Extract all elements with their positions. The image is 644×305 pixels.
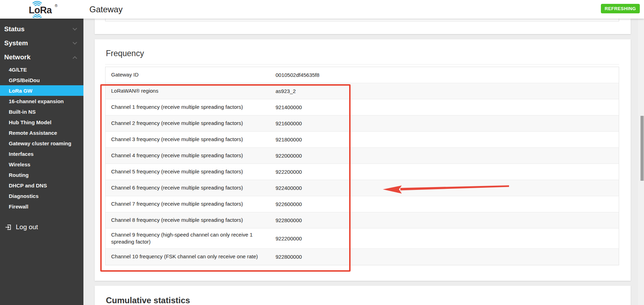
- row-value: 921800000: [276, 137, 619, 142]
- row-value: 0010502df45635f8: [276, 72, 619, 78]
- chevron-up-icon: [73, 56, 77, 60]
- main-content: Frequency Gateway ID 0010502df45635f8 Lo…: [83, 19, 644, 305]
- sidebar-item-interfaces[interactable]: Interfaces: [0, 148, 83, 159]
- sidebar: Status System Network 4G/LTE GPS/BeiDou …: [0, 19, 83, 305]
- chevron-down-icon: [73, 26, 77, 31]
- cumulative-statistics-title: Cumulative statistics: [106, 296, 190, 305]
- row-label: Channel 6 frequency (receive multiple sp…: [106, 181, 276, 194]
- table-row-channel-4: Channel 4 frequency (receive multiple sp…: [106, 148, 619, 164]
- table-row-channel-5: Channel 5 frequency (receive multiple sp…: [106, 164, 619, 180]
- table-row-channel-10: Channel 10 frequency (FSK channel can on…: [106, 249, 619, 265]
- row-value: 922200000: [276, 236, 619, 241]
- sidebar-item-remote-assistance[interactable]: Remote Assistance: [0, 127, 83, 138]
- cut-off-table: [105, 19, 619, 21]
- table-row-channel-2: Channel 2 frequency (receive multiple sp…: [106, 115, 619, 132]
- sidebar-item-dhcp-and-dns[interactable]: DHCP and DNS: [0, 180, 83, 191]
- sidebar-item-diagnostics[interactable]: Diagnostics: [0, 191, 83, 201]
- row-label: Channel 3 frequency (receive multiple sp…: [106, 133, 276, 146]
- table-row-channel-6: Channel 6 frequency (receive multiple sp…: [106, 180, 619, 196]
- sidebar-item-label: Network: [4, 53, 30, 61]
- row-label: Gateway ID: [106, 68, 276, 81]
- vertical-scrollbar[interactable]: [638, 19, 644, 305]
- table-row-channel-7: Channel 7 frequency (receive multiple sp…: [106, 196, 619, 212]
- row-value: 922000000: [276, 153, 619, 159]
- frequency-table: Gateway ID 0010502df45635f8 LoRaWAN® reg…: [105, 67, 619, 265]
- row-label: Channel 10 frequency (FSK channel can on…: [106, 250, 276, 263]
- row-label: Channel 2 frequency (receive multiple sp…: [106, 117, 276, 130]
- sidebar-item-system[interactable]: System: [0, 36, 83, 50]
- partial-top-card: [95, 19, 631, 34]
- row-label: Channel 7 frequency (receive multiple sp…: [106, 198, 276, 210]
- logout-button[interactable]: Log out: [0, 223, 83, 231]
- frequency-card: Frequency Gateway ID 0010502df45635f8 Lo…: [95, 39, 631, 281]
- page-title: Gateway: [89, 0, 123, 19]
- row-label: Channel 5 frequency (receive multiple sp…: [106, 165, 276, 178]
- top-header: LoRa ® Gateway REFRESHING: [0, 0, 644, 19]
- sidebar-item-label: System: [4, 39, 28, 47]
- row-label: Channel 9 frequency (high-speed channel …: [106, 228, 276, 248]
- sidebar-item-hub-thing-model[interactable]: Hub Thing Model: [0, 117, 83, 127]
- row-value: as923_2: [276, 88, 619, 94]
- sidebar-item-routing[interactable]: Routing: [0, 170, 83, 180]
- sidebar-item-status[interactable]: Status: [0, 22, 83, 36]
- table-row-channel-8: Channel 8 frequency (receive multiple sp…: [106, 212, 619, 228]
- sidebar-item-network[interactable]: Network: [0, 50, 83, 64]
- sidebar-item-label: Status: [4, 25, 25, 33]
- sidebar-item-lora-gw[interactable]: LoRa GW: [0, 85, 83, 96]
- table-row-channel-9: Channel 9 frequency (high-speed channel …: [106, 228, 619, 249]
- sidebar-item-built-in-ns[interactable]: Built-in NS: [0, 106, 83, 117]
- row-value: 921600000: [276, 120, 619, 126]
- row-label: Channel 8 frequency (receive multiple sp…: [106, 214, 276, 226]
- row-label: Channel 4 frequency (receive multiple sp…: [106, 149, 276, 162]
- svg-text:®: ®: [55, 4, 57, 8]
- sidebar-item-gateway-cluster-roaming[interactable]: Gateway cluster roaming: [0, 138, 83, 148]
- row-value: 922400000: [276, 185, 619, 191]
- table-row-channel-3: Channel 3 frequency (receive multiple sp…: [106, 132, 619, 148]
- lora-logo-icon: LoRa ®: [24, 1, 60, 18]
- row-value: 922800000: [276, 217, 619, 223]
- frequency-card-title: Frequency: [106, 49, 144, 58]
- scrollbar-thumb[interactable]: [640, 116, 644, 181]
- logout-label: Log out: [16, 223, 38, 231]
- table-row-lorawan-regions: LoRaWAN® regions as923_2: [106, 83, 619, 99]
- lora-logo: LoRa ®: [24, 1, 60, 19]
- row-value: 922200000: [276, 169, 619, 175]
- cumulative-statistics-card: Cumulative statistics: [95, 286, 631, 305]
- sidebar-item-gps-beidou[interactable]: GPS/BeiDou: [0, 75, 83, 85]
- row-value: 922600000: [276, 201, 619, 207]
- row-value: 921400000: [276, 104, 619, 110]
- sidebar-item-wireless[interactable]: Wireless: [0, 159, 83, 170]
- row-value: 922800000: [276, 254, 619, 260]
- svg-text:LoRa: LoRa: [29, 5, 52, 15]
- refreshing-badge[interactable]: REFRESHING: [601, 4, 640, 13]
- table-row-gateway-id: Gateway ID 0010502df45635f8: [106, 67, 619, 83]
- network-submenu: 4G/LTE GPS/BeiDou LoRa GW 16-channel exp…: [0, 64, 83, 212]
- sidebar-item-firewall[interactable]: Firewall: [0, 201, 83, 212]
- row-label: Channel 1 frequency (receive multiple sp…: [106, 101, 276, 113]
- table-row-channel-1: Channel 1 frequency (receive multiple sp…: [106, 99, 619, 115]
- sidebar-item-16-channel-expansion[interactable]: 16-channel expansion: [0, 96, 83, 106]
- divider: [105, 64, 619, 65]
- row-label: LoRaWAN® regions: [106, 85, 276, 97]
- sidebar-item-4g-lte[interactable]: 4G/LTE: [0, 64, 83, 75]
- logout-icon: [5, 224, 12, 231]
- chevron-down-icon: [73, 40, 77, 45]
